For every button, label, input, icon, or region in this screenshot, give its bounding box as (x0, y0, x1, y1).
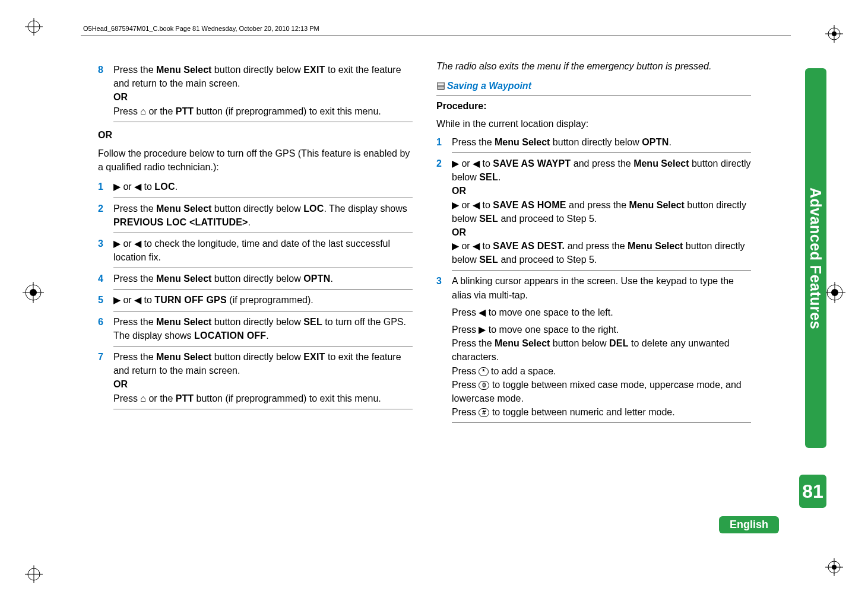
registration-mark-icon (824, 282, 845, 303)
section-title-text: Saving a Waypoint (447, 81, 531, 91)
text: to move one space to the right. (486, 325, 619, 335)
separator (113, 268, 413, 268)
screen-optn: OPTN (303, 274, 330, 284)
text: . (248, 217, 251, 227)
menu-select-label: Menu Select (633, 158, 689, 168)
text: . (669, 137, 671, 147)
keypad-hash-icon: # (479, 408, 489, 417)
text: A blinking cursor appears in the screen.… (452, 276, 734, 300)
screen-loc: LOC (154, 182, 175, 192)
keypad-star-icon: * (479, 367, 488, 376)
or-label: OR (113, 92, 128, 102)
registration-mark-icon (825, 558, 843, 576)
left-column: 8 Press the Menu Select button directly … (98, 59, 413, 427)
registration-mark-icon (23, 282, 44, 303)
text: button below (550, 338, 609, 348)
page-number: 81 (802, 481, 823, 503)
step-6: 6 Press the Menu Select button directly … (98, 315, 413, 342)
text: to (141, 295, 154, 305)
intro-text: Follow the procedure below to turn off t… (98, 147, 413, 174)
menu-select-label: Menu Select (156, 317, 211, 327)
screen-save-dest: SAVE AS DEST. (493, 241, 565, 251)
separator (113, 122, 413, 122)
header-rule (81, 36, 791, 36)
text: . (175, 182, 178, 192)
text: or (121, 182, 134, 192)
step-number: 7 (98, 350, 113, 405)
text: Press the (113, 317, 156, 327)
menu-select-label: Menu Select (156, 203, 211, 214)
separator (113, 198, 413, 198)
menu-select-label: Menu Select (629, 200, 685, 210)
nav-right-icon: ▶ (113, 180, 121, 193)
text: or (121, 239, 134, 249)
text: or (121, 295, 134, 305)
menu-select-label: Menu Select (495, 338, 550, 348)
screen-location-off: LOCATION OFF (194, 330, 266, 341)
step-body: Press the Menu Select button directly be… (113, 350, 413, 405)
text: (if preprogrammed). (227, 295, 313, 305)
menu-select-label: Menu Select (156, 274, 211, 284)
step-number: 2 (98, 202, 113, 229)
page-root: O5Head_6875947M01_C.book Page 81 Wednesd… (0, 0, 868, 601)
text: Press the (113, 203, 156, 214)
nav-right-icon: ▶ (113, 293, 121, 307)
content-area: 8 Press the Menu Select button directly … (98, 59, 751, 427)
text: button directly below (211, 274, 303, 284)
screen-sel: SEL (479, 255, 498, 265)
text: Press (452, 307, 479, 317)
section-title-saving-waypoint: ▤ Saving a Waypoint (436, 79, 751, 96)
text: and press the (571, 158, 633, 168)
screen-exit: EXIT (303, 352, 325, 362)
text: or the (146, 106, 176, 116)
screen-exit: EXIT (303, 65, 325, 75)
screen-prev-loc: PREVIOUS LOC <LATITUDE> (113, 217, 248, 227)
text: to toggle between numeric and letter mod… (489, 407, 674, 417)
separator (113, 289, 413, 290)
screen-sel: SEL (303, 317, 322, 327)
step-8: 8 Press the Menu Select button directly … (98, 63, 413, 118)
nav-right-icon: ▶ (452, 198, 459, 212)
or-paragraph: OR (98, 128, 413, 142)
right-step-1: 1 Press the Menu Select button directly … (436, 135, 751, 149)
document-icon: ▤ (436, 78, 445, 92)
text: to (141, 182, 154, 192)
screen-sel: SEL (479, 172, 498, 182)
step-body: A blinking cursor appears in the screen.… (452, 274, 751, 419)
step-number: 1 (98, 180, 113, 193)
text: Press (113, 106, 140, 116)
nav-right-icon: ▶ (113, 237, 121, 250)
step-number: 6 (98, 315, 113, 342)
text: to (480, 241, 493, 251)
step-number: 4 (98, 272, 113, 285)
screen-del: DEL (609, 338, 629, 348)
nav-left-icon: ◀ (134, 180, 141, 193)
step-body: Press the Menu Select button directly be… (113, 202, 413, 229)
step-4: 4 Press the Menu Select button directly … (98, 272, 413, 285)
text: to (480, 200, 493, 210)
nav-left-icon: ◀ (473, 157, 480, 170)
ptt-label: PTT (176, 393, 194, 403)
menu-select-label: Menu Select (156, 352, 211, 362)
text: button directly below (211, 65, 303, 75)
right-step-2: 2 ▶ or ◀ to SAVE AS WAYPT and press the … (436, 157, 751, 267)
text: and press the (566, 200, 629, 210)
text: or (459, 200, 473, 210)
nav-right-icon: ▶ (452, 239, 459, 253)
menu-select-label: Menu Select (495, 137, 550, 147)
text: . (330, 274, 332, 284)
step-number: 2 (436, 157, 452, 267)
procedure-intro: While in the current location display: (436, 117, 751, 131)
separator (452, 270, 751, 271)
text: Press (452, 325, 479, 335)
registration-mark-icon (825, 25, 843, 43)
sidebar-label: Advanced Features (807, 187, 825, 329)
text: to toggle between mixed case mode, upper… (452, 380, 742, 403)
step-number: 8 (98, 63, 113, 118)
text: to (480, 158, 493, 168)
nav-left-icon: ◀ (473, 239, 480, 253)
nav-right-icon: ▶ (452, 157, 459, 170)
step-number: 1 (436, 135, 452, 149)
step-body: Press the Menu Select button directly be… (113, 272, 413, 285)
step-1: 1 ▶ or ◀ to LOC. (98, 180, 413, 193)
